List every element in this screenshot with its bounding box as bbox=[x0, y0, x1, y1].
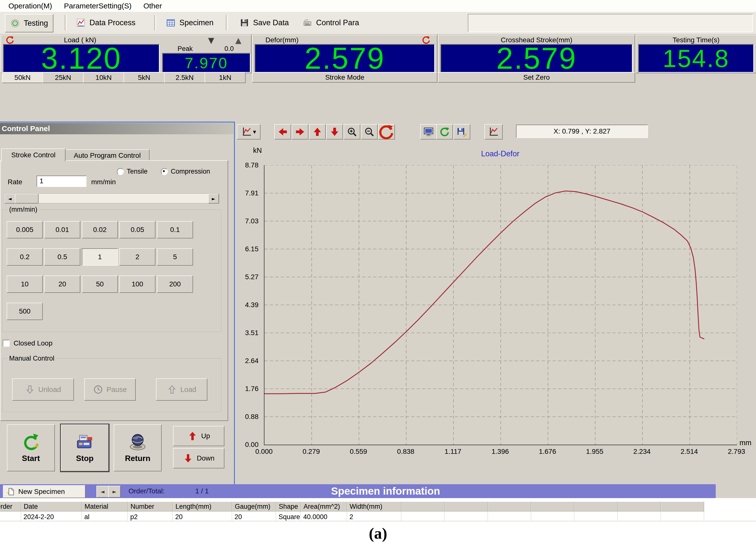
refresh-green-button[interactable] bbox=[436, 124, 453, 139]
set-zero-button[interactable]: Set Zero bbox=[438, 72, 635, 83]
zoom-out-button[interactable] bbox=[361, 124, 378, 139]
table-cell[interactable] bbox=[531, 512, 574, 521]
speed-0-05-button[interactable]: 0.05 bbox=[119, 221, 156, 238]
range-10kn-button[interactable]: 10kN bbox=[83, 72, 124, 83]
speed-0-005-button[interactable]: 0.005 bbox=[7, 221, 43, 238]
pan-down-button[interactable] bbox=[326, 124, 343, 139]
table-header-cell[interactable]: Area(mm^2) bbox=[301, 502, 347, 512]
speed-10-button[interactable]: 10 bbox=[7, 276, 43, 293]
speed-0-5-button[interactable]: 0.5 bbox=[44, 248, 80, 266]
plot-area[interactable] bbox=[264, 165, 737, 445]
table-header-cell[interactable] bbox=[661, 502, 704, 512]
data-process-button[interactable]: Data Process bbox=[71, 14, 140, 31]
speed-0-01-button[interactable]: 0.01 bbox=[44, 221, 80, 238]
table-header-cell[interactable]: Length(mm) bbox=[173, 502, 232, 512]
table-cell[interactable]: 20 bbox=[232, 512, 276, 521]
tab-stroke-control[interactable]: Stroke Control bbox=[1, 148, 65, 161]
table-cell[interactable] bbox=[444, 512, 488, 521]
monitor-button[interactable] bbox=[420, 124, 437, 139]
prev-specimen-button[interactable] bbox=[97, 486, 109, 498]
pause-manual-button[interactable]: Pause bbox=[84, 378, 136, 401]
range-1kn-button[interactable]: 1kN bbox=[205, 72, 246, 83]
table-header-cell[interactable]: Order bbox=[0, 502, 21, 512]
table-cell[interactable] bbox=[618, 512, 661, 521]
table-cell[interactable] bbox=[401, 512, 444, 521]
chart-type-button[interactable] bbox=[237, 124, 260, 139]
table-cell[interactable]: p2 bbox=[128, 512, 173, 521]
rate-scrollbar[interactable] bbox=[4, 193, 219, 203]
save-image-button[interactable] bbox=[453, 124, 470, 139]
compression-radio-group[interactable]: Compression bbox=[161, 168, 210, 175]
table-header-cell[interactable]: Shape bbox=[276, 502, 301, 512]
table-header-cell[interactable] bbox=[488, 502, 531, 512]
closed-loop-row[interactable]: Closed Loop bbox=[3, 339, 52, 347]
table-cell[interactable]: 2024-2-20 bbox=[21, 512, 82, 521]
range-50kn-button[interactable]: 50kN bbox=[2, 72, 43, 83]
scrollbar-right-arrow[interactable] bbox=[208, 194, 219, 203]
menu-item-parametersetting-s[interactable]: ParameterSetting(S) bbox=[58, 2, 138, 10]
table-header-cell[interactable]: Gauge(mm) bbox=[232, 502, 276, 512]
triangle-up-icon[interactable] bbox=[235, 36, 241, 45]
tensile-radio-group[interactable]: Tensile bbox=[117, 168, 148, 175]
speed-100-button[interactable]: 100 bbox=[119, 276, 156, 293]
table-header-cell[interactable]: Date bbox=[21, 502, 82, 512]
tensile-radio[interactable] bbox=[117, 168, 124, 175]
speed-0-2-button[interactable]: 0.2 bbox=[7, 248, 43, 266]
stop-button[interactable]: Stop bbox=[61, 424, 109, 471]
table-header-cell[interactable] bbox=[401, 502, 444, 512]
speed-0-1-button[interactable]: 0.1 bbox=[157, 221, 193, 238]
zoom-in-button[interactable] bbox=[344, 124, 360, 139]
table-header-cell[interactable]: Width(mm) bbox=[347, 502, 401, 512]
pan-up-button[interactable] bbox=[309, 124, 326, 139]
table-header-cell[interactable] bbox=[444, 502, 488, 512]
control-para-button[interactable]: Control Para bbox=[298, 14, 364, 31]
range-5kn-button[interactable]: 5kN bbox=[124, 72, 165, 83]
return-button[interactable]: Return bbox=[114, 424, 162, 471]
menu-item-operation-m[interactable]: Operation(M) bbox=[2, 2, 58, 10]
speed-20-button[interactable]: 20 bbox=[44, 276, 80, 293]
save-data-button[interactable]: Save Data bbox=[235, 14, 294, 31]
unload-manual-button[interactable]: Unload bbox=[12, 378, 74, 401]
control-panel-titlebar[interactable]: Control Panel bbox=[0, 123, 233, 134]
speed-50-button[interactable]: 50 bbox=[82, 276, 118, 293]
table-cell[interactable]: 20 bbox=[173, 512, 232, 521]
next-specimen-button[interactable] bbox=[108, 486, 121, 498]
new-specimen-button[interactable]: New Specimen bbox=[3, 485, 85, 498]
table-cell[interactable]: Square bbox=[276, 512, 301, 521]
scrollbar-left-arrow[interactable] bbox=[4, 194, 15, 203]
speed-5-button[interactable]: 5 bbox=[157, 248, 193, 266]
pan-left-button[interactable] bbox=[274, 124, 291, 139]
scrollbar-thumb[interactable] bbox=[15, 194, 38, 203]
refresh-red-button[interactable] bbox=[378, 124, 395, 139]
tab-auto-program-control[interactable]: Auto Program Control bbox=[65, 149, 150, 161]
range-2-5kn-button[interactable]: 2.5kN bbox=[164, 72, 205, 83]
start-button[interactable]: Start bbox=[7, 424, 55, 471]
speed-0-02-button[interactable]: 0.02 bbox=[82, 221, 118, 238]
table-cell[interactable] bbox=[574, 512, 618, 521]
table-cell[interactable] bbox=[0, 512, 21, 521]
range-25kn-button[interactable]: 25kN bbox=[42, 72, 83, 83]
table-header-cell[interactable]: Material bbox=[82, 502, 128, 512]
table-cell[interactable] bbox=[661, 512, 704, 521]
load-manual-button[interactable]: Load bbox=[156, 378, 207, 401]
down-button[interactable]: Down bbox=[173, 448, 224, 468]
table-cell[interactable] bbox=[488, 512, 531, 521]
table-header-cell[interactable] bbox=[574, 502, 618, 512]
defor-reset-icon[interactable] bbox=[422, 36, 430, 44]
specimen-button[interactable]: Specimen bbox=[161, 14, 218, 31]
table-cell[interactable]: 40.0000 bbox=[301, 512, 347, 521]
testing-button[interactable]: Testing bbox=[5, 14, 53, 32]
speed-2-button[interactable]: 2 bbox=[119, 248, 156, 266]
speed-500-button[interactable]: 500 bbox=[7, 303, 43, 320]
closed-loop-checkbox[interactable] bbox=[3, 340, 10, 347]
up-button[interactable]: Up bbox=[173, 426, 224, 446]
triangle-down-icon[interactable] bbox=[208, 36, 214, 45]
speed-1-button[interactable]: 1 bbox=[82, 248, 118, 266]
compression-radio[interactable] bbox=[161, 168, 168, 175]
table-cell[interactable]: al bbox=[82, 512, 128, 521]
table-header-cell[interactable] bbox=[618, 502, 661, 512]
table-header-cell[interactable] bbox=[531, 502, 574, 512]
axes-button[interactable] bbox=[485, 124, 503, 139]
rate-input[interactable]: 1 bbox=[37, 176, 86, 187]
table-header-cell[interactable]: Number bbox=[128, 502, 173, 512]
